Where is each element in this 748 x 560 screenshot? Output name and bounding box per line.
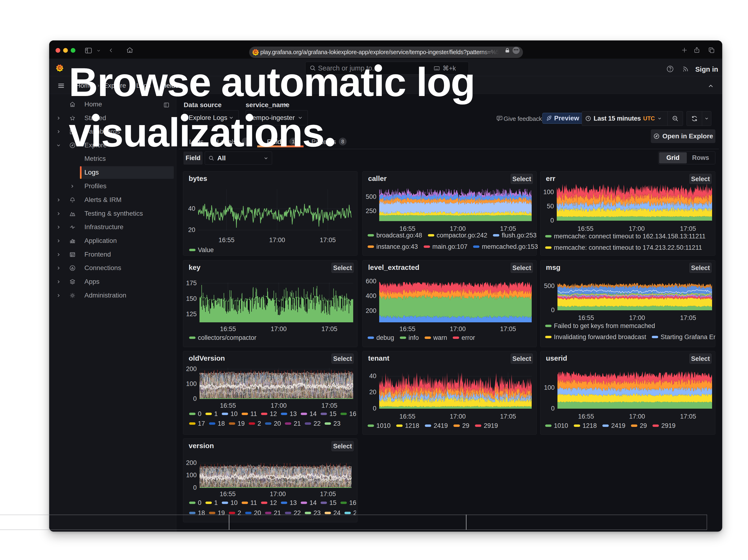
svg-text:k6: k6 <box>72 214 74 216</box>
